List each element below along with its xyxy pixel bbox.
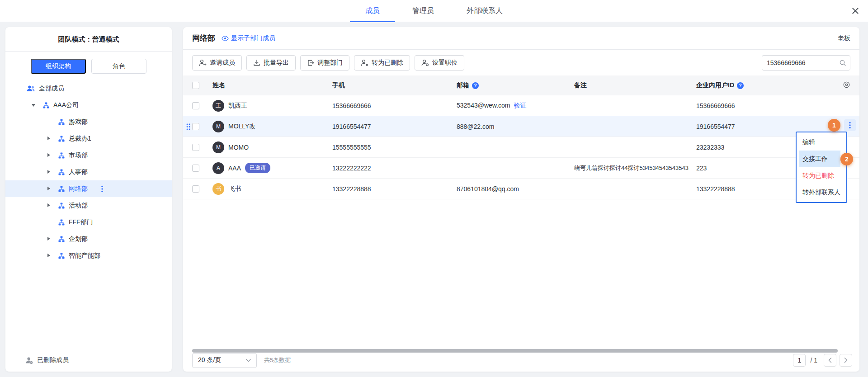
tab-members-label: 成员 xyxy=(365,6,380,16)
sidebar-dept-item[interactable]: 人事部 xyxy=(5,164,172,180)
column-settings-icon[interactable] xyxy=(843,81,850,90)
sidebar-dept-item[interactable]: 游戏部 xyxy=(5,113,172,130)
row-checkbox[interactable] xyxy=(192,102,199,109)
department-icon xyxy=(58,186,65,192)
next-page-button[interactable] xyxy=(840,354,852,367)
tab-external-contacts[interactable]: 外部联系人 xyxy=(467,0,503,22)
phone-cell: 13322228888 xyxy=(332,185,457,193)
show-subdept-link[interactable]: 显示子部门成员 xyxy=(222,34,275,42)
sidebar-dept-item-selected[interactable]: 网络部 xyxy=(5,180,172,197)
verify-link[interactable]: 验证 xyxy=(514,102,527,109)
sidebar-dept-item[interactable]: 市场部 xyxy=(5,147,172,164)
table-row[interactable]: M MOMO 15555555555 23232333 xyxy=(183,137,859,158)
more-actions-button[interactable] xyxy=(844,119,856,131)
step-badge-1: 1 xyxy=(828,119,840,132)
drag-handle-icon[interactable] xyxy=(186,123,190,132)
chevron-right-icon[interactable] xyxy=(47,170,51,174)
menu-item-edit[interactable]: 编辑 xyxy=(797,134,846,151)
table-header: 姓名 手机 邮箱 ? 备注 企业内用户ID ? xyxy=(183,75,859,95)
tab-members[interactable]: 成员 xyxy=(365,0,380,22)
phone-cell: 13222222222 xyxy=(332,165,457,172)
phone-cell: 15555555555 xyxy=(332,144,457,151)
roles-button[interactable]: 角色 xyxy=(91,59,146,74)
email-cell: 888@22.com xyxy=(457,123,574,130)
chevron-right-icon[interactable] xyxy=(47,237,51,241)
table-row[interactable]: 书 飞书 13322228888 8706101804@qq.com 13322… xyxy=(183,179,859,199)
member-name: MOLLY改 xyxy=(228,123,255,131)
search-icon[interactable] xyxy=(839,59,846,66)
menu-item-to-deleted[interactable]: 转为已删除 xyxy=(797,167,846,184)
people-icon xyxy=(27,85,35,92)
pagination: / 1 xyxy=(793,354,852,367)
chevron-right-icon[interactable] xyxy=(47,203,51,207)
org-structure-button[interactable]: 组织架构 xyxy=(31,59,86,74)
invited-badge: 已邀请 xyxy=(245,163,270,173)
chevron-left-icon xyxy=(828,358,832,363)
select-all-checkbox[interactable] xyxy=(192,82,199,89)
phone-cell: 19166554477 xyxy=(332,123,457,130)
adjust-dept-button[interactable]: 调整部门 xyxy=(300,55,349,71)
transfer-icon xyxy=(307,59,314,66)
topbar: 成员 管理员 外部联系人 xyxy=(0,0,868,22)
move-to-deleted-button[interactable]: 转为已删除 xyxy=(354,55,410,71)
set-position-button[interactable]: 设置职位 xyxy=(415,55,464,71)
member-search xyxy=(762,55,850,71)
row-checkbox[interactable] xyxy=(192,165,199,172)
horizontal-scrollbar[interactable] xyxy=(192,349,838,353)
tree-item-company[interactable]: AAA公司 xyxy=(5,97,172,113)
tab-admins[interactable]: 管理员 xyxy=(412,0,434,22)
batch-export-button[interactable]: 批量导出 xyxy=(246,55,296,71)
page-size-value: 20 条/页 xyxy=(198,356,221,364)
dept-more-icon[interactable] xyxy=(101,185,103,193)
tree-item-label: 网络部 xyxy=(69,185,88,193)
page-size-select[interactable]: 20 条/页 xyxy=(192,353,257,368)
active-tab-underline xyxy=(350,21,395,22)
sidebar-dept-item[interactable]: 活动部 xyxy=(5,197,172,214)
sidebar-dept-item[interactable]: 企划部 xyxy=(5,231,172,247)
email-cell: 532543@wew.com验证 xyxy=(457,102,574,110)
help-icon[interactable]: ? xyxy=(737,82,744,89)
invite-member-button[interactable]: 邀请成员 xyxy=(192,55,242,71)
member-search-input[interactable] xyxy=(762,55,850,71)
toolbar: 邀请成员 批量导出 调整部门 转为已删除 设置职位 xyxy=(183,50,859,75)
page-input[interactable] xyxy=(793,354,806,367)
sidebar-dept-item[interactable]: FFF部门 xyxy=(5,214,172,231)
phone-cell: 15366669666 xyxy=(332,102,457,109)
row-checkbox[interactable] xyxy=(192,144,199,151)
main-panel: 网络部 显示子部门成员 老板 邀请成员 批量导出 调整部门 转为已删除 xyxy=(183,27,859,372)
chevron-right-icon[interactable] xyxy=(47,153,51,157)
table-row[interactable]: 王 凯西王 15366669666 532543@wew.com验证 15366… xyxy=(183,95,859,116)
avatar: M xyxy=(212,141,224,153)
table-row[interactable]: A AAA 已邀请 13222222222 绕弯儿翁探讨探讨44探讨534534… xyxy=(183,158,859,179)
row-checkbox[interactable] xyxy=(192,185,199,193)
avatar: 书 xyxy=(212,183,224,195)
close-icon[interactable] xyxy=(851,6,860,15)
user-id-cell: 15366669666 xyxy=(696,102,809,109)
sidebar-divider xyxy=(5,51,172,52)
user-id-cell: 23232333 xyxy=(696,144,809,151)
move-to-deleted-label: 转为已删除 xyxy=(372,59,403,67)
department-icon xyxy=(58,253,65,259)
prev-page-button[interactable] xyxy=(824,354,836,367)
chevron-right-icon[interactable] xyxy=(47,254,51,258)
help-icon[interactable]: ? xyxy=(472,82,479,89)
sidebar-dept-item[interactable]: 智能产能部 xyxy=(5,247,172,264)
user-id-cell: 13322228888 xyxy=(696,185,809,193)
row-checkbox[interactable] xyxy=(192,123,199,130)
deleted-members-item[interactable]: 已删除成员 xyxy=(5,353,69,367)
tree-item-all-members[interactable]: 全部成员 xyxy=(5,80,172,97)
chevron-right-icon[interactable] xyxy=(47,187,51,191)
sidebar: 团队模式：普通模式 组织架构 角色 全部成员 AAA公司 xyxy=(5,27,172,372)
invite-member-label: 邀请成员 xyxy=(210,59,235,67)
department-icon xyxy=(58,169,65,175)
menu-item-to-external[interactable]: 转外部联系人 xyxy=(797,184,846,201)
email-cell: 8706101804@qq.com xyxy=(457,185,574,193)
chevron-right-icon[interactable] xyxy=(47,137,51,141)
sidebar-dept-item[interactable]: 总裁办1 xyxy=(5,130,172,147)
deleted-members-label: 已删除成员 xyxy=(37,356,69,364)
chevron-down-icon[interactable] xyxy=(32,103,36,107)
menu-item-handover[interactable]: 交接工作 xyxy=(799,151,840,167)
avatar: A xyxy=(212,162,224,174)
department-tree: 全部成员 AAA公司 游戏部 总裁办1 市场部 xyxy=(5,80,172,264)
table-row-highlighted[interactable]: M MOLLY改 19166554477 888@22.com 19166554… xyxy=(183,116,859,137)
